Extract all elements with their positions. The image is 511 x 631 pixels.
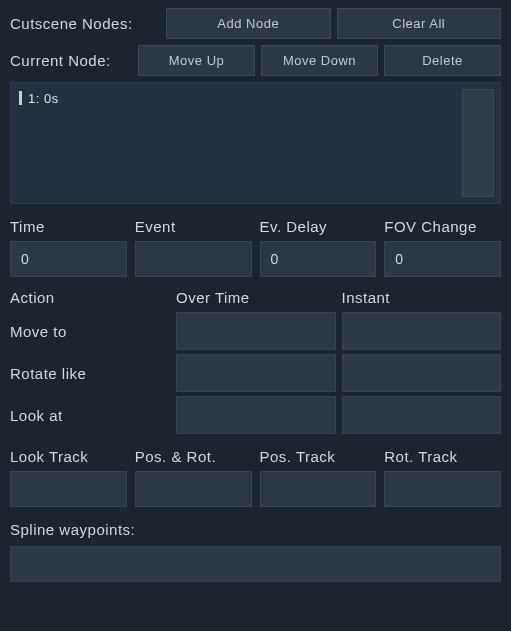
cutscene-nodes-label: Cutscene Nodes: — [10, 15, 160, 32]
node-item-label: 1: 0s — [28, 91, 59, 106]
rotate-like-label: Rotate like — [10, 365, 170, 382]
instant-head: Instant — [342, 289, 502, 308]
fov-change-input[interactable] — [384, 241, 501, 277]
tracks-row: Look Track Pos. & Rot. Pos. Track Rot. T… — [10, 448, 501, 507]
over-time-head: Over Time — [176, 289, 336, 308]
move-to-over-time-slot[interactable] — [176, 312, 336, 350]
event-input[interactable] — [135, 241, 252, 277]
rot-track-label: Rot. Track — [384, 448, 501, 465]
pos-track-col: Pos. Track — [260, 448, 377, 507]
time-input[interactable] — [10, 241, 127, 277]
look-track-col: Look Track — [10, 448, 127, 507]
time-col: Time — [10, 218, 127, 277]
delete-button[interactable]: Delete — [384, 45, 501, 76]
ev-delay-col: Ev. Delay — [260, 218, 377, 277]
look-at-over-time-slot[interactable] — [176, 396, 336, 434]
time-label: Time — [10, 218, 127, 235]
event-col: Event — [135, 218, 252, 277]
move-to-label: Move to — [10, 323, 170, 340]
pos-track-label: Pos. Track — [260, 448, 377, 465]
move-to-instant-slot[interactable] — [342, 312, 502, 350]
look-track-slot[interactable] — [10, 471, 127, 507]
ev-delay-input[interactable] — [260, 241, 377, 277]
spline-waypoints-slot[interactable] — [10, 546, 501, 582]
action-head: Action — [10, 289, 170, 308]
look-at-label: Look at — [10, 407, 170, 424]
look-track-label: Look Track — [10, 448, 127, 465]
move-down-button[interactable]: Move Down — [261, 45, 378, 76]
clear-all-button[interactable]: Clear All — [337, 8, 502, 39]
current-node-label: Current Node: — [10, 52, 132, 69]
node-list-scrollbar[interactable] — [462, 89, 494, 197]
fov-change-label: FOV Change — [384, 218, 501, 235]
fov-change-col: FOV Change — [384, 218, 501, 277]
selection-marker-icon — [19, 91, 22, 105]
current-node-row: Current Node: Move Up Move Down Delete — [10, 45, 501, 76]
add-node-button[interactable]: Add Node — [166, 8, 331, 39]
list-item[interactable]: 1: 0s — [17, 89, 458, 107]
spline-label: Spline waypoints: — [10, 521, 501, 538]
pos-track-slot[interactable] — [260, 471, 377, 507]
pos-rot-label: Pos. & Rot. — [135, 448, 252, 465]
pos-rot-slot[interactable] — [135, 471, 252, 507]
rotate-like-over-time-slot[interactable] — [176, 354, 336, 392]
rotate-like-instant-slot[interactable] — [342, 354, 502, 392]
rot-track-col: Rot. Track — [384, 448, 501, 507]
look-at-instant-slot[interactable] — [342, 396, 502, 434]
action-grid: Action Over Time Instant Move to Rotate … — [10, 289, 501, 434]
spline-section: Spline waypoints: — [10, 521, 501, 582]
node-list-body: 1: 0s — [17, 89, 458, 197]
fields-row: Time Event Ev. Delay FOV Change — [10, 218, 501, 277]
cutscene-nodes-row: Cutscene Nodes: Add Node Clear All — [10, 8, 501, 39]
rot-track-slot[interactable] — [384, 471, 501, 507]
ev-delay-label: Ev. Delay — [260, 218, 377, 235]
pos-rot-col: Pos. & Rot. — [135, 448, 252, 507]
node-list[interactable]: 1: 0s — [10, 82, 501, 204]
event-label: Event — [135, 218, 252, 235]
move-up-button[interactable]: Move Up — [138, 45, 255, 76]
